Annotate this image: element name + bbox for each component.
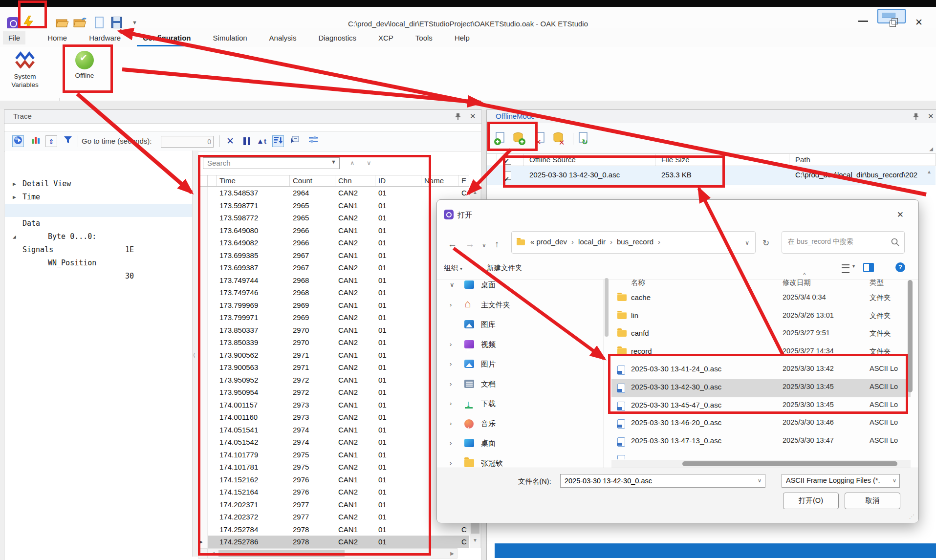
col-type[interactable]: 类型 xyxy=(870,278,884,287)
minimize-button[interactable] xyxy=(858,21,868,22)
chevron-icon[interactable]: › xyxy=(450,374,452,394)
organize-button[interactable]: 组织 ▾ xyxy=(444,263,462,273)
breadcrumb-segment[interactable]: bus_record xyxy=(617,237,665,246)
offlinemode-close-icon[interactable]: ✕ xyxy=(928,112,934,121)
tree-item[interactable]: Signals xyxy=(5,217,192,230)
open-button[interactable]: 打开(O) xyxy=(783,493,839,509)
dialog-search-box[interactable]: 在 bus_record 中搜索 xyxy=(782,231,905,254)
tree-item[interactable]: General xyxy=(5,177,192,191)
cancel-button[interactable]: 取消 xyxy=(845,493,900,509)
col-name[interactable]: 名称 xyxy=(631,278,645,287)
tree-item[interactable]: Data xyxy=(5,191,192,204)
sidebar-item[interactable]: 图库 xyxy=(439,315,600,335)
goto-time-input[interactable] xyxy=(161,136,214,148)
ribbon-tab[interactable]: XCP xyxy=(378,34,393,42)
ribbon-tab[interactable]: Configuration xyxy=(143,34,191,42)
breadcrumb-bar[interactable]: « prod_devlocal_dirbus_record ∨ xyxy=(511,231,756,254)
file-row[interactable]: canfd 2025/3/27 9:51 文件夹 xyxy=(611,325,911,344)
help-icon[interactable]: ? xyxy=(895,262,905,272)
sidebar-item[interactable]: ∨ 桌面 xyxy=(439,275,600,295)
sidebar-item[interactable]: › 图片 xyxy=(439,354,600,374)
goto-marker-icon[interactable] xyxy=(289,135,301,147)
ribbon-tab[interactable]: Analysis xyxy=(269,34,297,42)
breadcrumb-segment[interactable]: local_dir xyxy=(578,237,617,246)
resize-grip-icon[interactable]: ⋰ xyxy=(909,514,914,520)
ribbon-tab[interactable]: Help xyxy=(455,34,470,42)
file-list-hscrollbar[interactable] xyxy=(611,460,911,468)
col-e[interactable]: E xyxy=(458,175,469,186)
scroll-right-icon[interactable]: ▶ xyxy=(449,551,456,556)
detail-view-toggle-icon[interactable] xyxy=(12,135,24,147)
chevron-icon[interactable]: › xyxy=(450,354,452,374)
sidebar-item[interactable]: › 主文件夹 xyxy=(439,295,600,315)
refresh-icon[interactable]: ↻ xyxy=(762,238,769,248)
file-row[interactable]: lin 2025/3/26 13:01 文件夹 xyxy=(611,308,911,326)
hscroll-thumb[interactable] xyxy=(682,461,897,466)
tree-item[interactable]: Byte 0...0: 1E xyxy=(5,204,192,217)
chevron-icon[interactable]: ∨ xyxy=(450,275,455,295)
pause-icon[interactable] xyxy=(241,135,253,147)
scroll-down-icon[interactable]: ▼ xyxy=(471,538,479,543)
chevron-icon[interactable]: › xyxy=(450,394,452,414)
filename-dropdown-icon[interactable]: ∨ xyxy=(758,477,762,484)
file-row[interactable]: 2025-03-30 13-47-13_0.asc 2025/3/30 13:4… xyxy=(611,433,911,451)
chevron-icon[interactable]: › xyxy=(450,414,452,434)
sidebar-item[interactable]: › 桌面 xyxy=(439,433,600,453)
tree-item[interactable]: WN_Position 30 xyxy=(5,230,192,243)
view-mode-icon[interactable] xyxy=(842,264,849,273)
file-row[interactable]: cache 2025/3/4 0:34 文件夹 xyxy=(611,290,911,308)
nav-up-icon[interactable]: ↑ xyxy=(495,239,500,250)
settings-sliders-icon[interactable] xyxy=(307,135,319,147)
filter-icon[interactable] xyxy=(62,135,74,147)
view-dropdown-icon[interactable]: ▾ xyxy=(852,263,855,269)
clear-trace-icon[interactable]: ✕ xyxy=(224,135,236,147)
file-list-vscroll-thumb[interactable] xyxy=(908,280,913,392)
tree-item[interactable]: Time xyxy=(5,164,192,177)
sort-descending-icon[interactable] xyxy=(272,135,284,147)
filename-input[interactable] xyxy=(560,474,765,488)
col-path[interactable]: Path xyxy=(789,154,936,166)
sidebar-item-icon xyxy=(464,301,474,309)
ribbon-tab[interactable]: Home xyxy=(47,34,67,42)
sidebar-item[interactable]: › 视频 xyxy=(439,335,600,355)
pin-icon[interactable] xyxy=(913,113,919,120)
sidebar-item[interactable]: › 音乐 xyxy=(439,414,600,434)
sidebar-scroll-thumb[interactable] xyxy=(605,278,609,337)
col-date-modified[interactable]: 修改日期 xyxy=(783,278,811,287)
ribbon-tab[interactable]: File xyxy=(3,31,25,44)
reload-offline-file-icon[interactable]: ↻ xyxy=(578,132,591,146)
breadcrumb-segment[interactable]: « prod_dev xyxy=(530,237,578,246)
pin-icon[interactable] xyxy=(455,113,461,120)
filetype-select[interactable]: ASCII Frame Logging Files (*. ∨ xyxy=(782,474,900,488)
tree-item[interactable]: Detail View xyxy=(5,151,192,164)
nav-forward-icon[interactable]: → xyxy=(465,239,475,250)
system-variables-button[interactable]: SystemVariables xyxy=(4,51,46,89)
chevron-icon[interactable]: › xyxy=(450,295,452,315)
nav-history-icon[interactable]: ∨ xyxy=(482,242,486,249)
chevron-icon[interactable]: › xyxy=(450,433,452,453)
nav-back-icon[interactable]: ← xyxy=(448,239,457,250)
trace-close-icon[interactable]: ✕ xyxy=(470,112,476,121)
file-row[interactable]: 2025-03-30 13-46-20_0.asc 2025/3/30 13:4… xyxy=(611,415,911,433)
breadcrumb-dropdown-icon[interactable]: ∨ xyxy=(745,239,749,246)
ribbon-tab[interactable]: Diagnostics xyxy=(318,34,356,42)
close-button[interactable]: ✕ xyxy=(915,17,923,28)
ribbon-tab[interactable]: Tools xyxy=(415,34,433,42)
sidebar-item[interactable]: › 文档 xyxy=(439,374,600,394)
preview-pane-icon[interactable] xyxy=(863,263,874,272)
file-row-partial[interactable] xyxy=(611,451,911,459)
scroll-up-icon[interactable]: ▲ xyxy=(471,190,479,195)
fit-columns-icon[interactable]: ⇕ xyxy=(45,135,57,147)
new-folder-button[interactable]: 新建文件夹 xyxy=(487,263,522,273)
collapse-chevron-icon[interactable]: ⟨ xyxy=(193,352,195,358)
restore-button[interactable] xyxy=(890,21,896,27)
chevron-icon[interactable]: › xyxy=(450,335,452,355)
ribbon-tab[interactable]: Simulation xyxy=(213,34,247,42)
remove-offline-database-icon[interactable]: ✕ xyxy=(552,132,566,146)
scroll-up-icon[interactable]: ▲ xyxy=(925,169,933,174)
dialog-close-icon[interactable]: ✕ xyxy=(897,210,904,220)
ribbon-tab[interactable]: Hardware xyxy=(89,34,121,42)
statistics-icon[interactable] xyxy=(30,135,42,147)
delta-time-icon[interactable]: ▲t xyxy=(256,135,267,147)
sidebar-item[interactable]: › 下载 xyxy=(439,394,600,414)
